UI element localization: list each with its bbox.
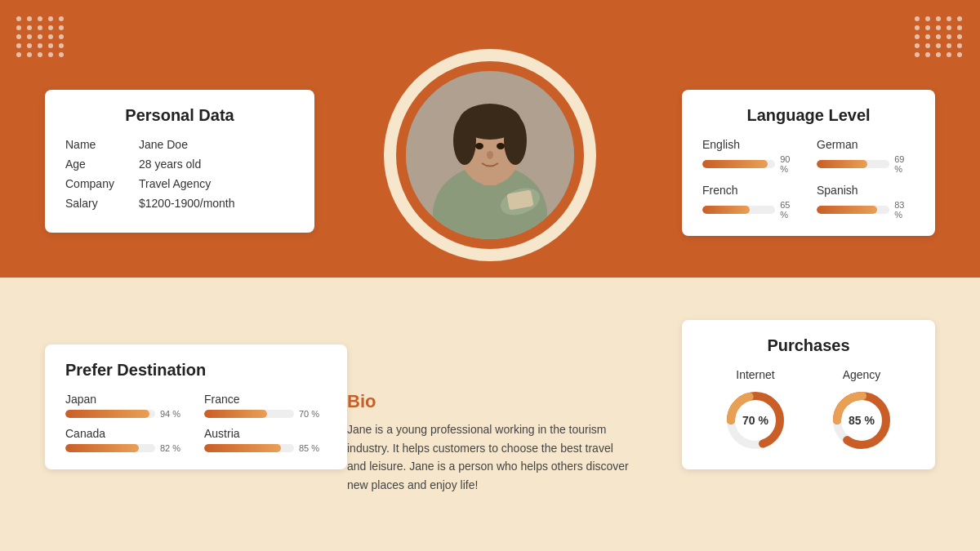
prefer-destination-title: Prefer Destination — [65, 361, 327, 380]
personal-data-title: Personal Data — [65, 106, 294, 125]
data-value: 28 years old — [139, 158, 201, 171]
destination-name: Japan — [65, 393, 188, 406]
bio-text: Jane is a young professional working in … — [347, 420, 633, 494]
personal-data-card: Personal Data Name Jane Doe Age 28 years… — [45, 90, 314, 233]
destination-pct: 94 % — [160, 409, 180, 419]
language-bar-container: 90 % — [702, 154, 800, 174]
purchases-title: Purchases — [702, 336, 915, 355]
destination-item: Austria 85 % — [204, 427, 327, 453]
purchase-label: Internet — [736, 368, 774, 381]
destination-name: Canada — [65, 427, 188, 440]
destination-bar-container: 94 % — [65, 409, 188, 419]
language-bar-bg — [702, 160, 775, 168]
personal-data-row: Salary $1200-1900/month — [65, 197, 294, 210]
destination-pct: 82 % — [160, 443, 180, 453]
prefer-destination-card: Prefer Destination Japan 94 % France 70 … — [45, 344, 347, 469]
data-value: Jane Doe — [139, 138, 188, 151]
svg-point-7 — [475, 143, 483, 149]
purchases-card: Purchases Internet 70 % Agency — [682, 320, 935, 469]
svg-point-9 — [487, 151, 493, 159]
svg-point-8 — [497, 143, 505, 149]
donut-chart: 85 % — [829, 388, 894, 453]
destination-bar-container: 82 % — [65, 443, 188, 453]
destination-bar-bg — [65, 410, 155, 418]
data-label: Company — [65, 177, 139, 190]
data-value: $1200-1900/month — [139, 197, 235, 210]
data-value: Travel Agency — [139, 177, 211, 190]
language-pct: 65 % — [780, 200, 800, 220]
destination-bar-bg — [204, 444, 294, 452]
destination-bar-bg — [65, 444, 155, 452]
destination-item: France 70 % — [204, 393, 327, 419]
language-pct: 69 % — [894, 154, 915, 174]
destination-bar-fill — [65, 444, 139, 452]
language-bar-fill — [702, 206, 750, 214]
destination-name: Austria — [204, 427, 327, 440]
svg-point-5 — [453, 116, 476, 165]
language-item: German 69 % — [817, 138, 915, 174]
language-bar-bg — [817, 206, 889, 214]
language-pct: 90 % — [780, 154, 800, 174]
purchase-item: Agency 85 % — [829, 368, 894, 453]
destination-item: Japan 94 % — [65, 393, 188, 419]
language-level-title: Language Level — [702, 106, 915, 125]
language-name: German — [817, 138, 915, 151]
purchase-item: Internet 70 % — [723, 368, 788, 453]
purchase-label: Agency — [843, 368, 881, 381]
destination-bar-bg — [204, 410, 294, 418]
personal-data-row: Company Travel Agency — [65, 177, 294, 190]
language-bar-fill — [817, 160, 867, 168]
page: Personal Data Name Jane Doe Age 28 years… — [0, 0, 980, 551]
bio-title: Bio — [347, 391, 633, 412]
donut-chart: 70 % — [723, 388, 788, 453]
language-bar-container: 65 % — [702, 200, 800, 220]
destination-pct: 70 % — [299, 409, 319, 419]
destination-bar-container: 85 % — [204, 443, 327, 453]
language-bar-fill — [702, 160, 768, 168]
destination-bar-fill — [65, 410, 149, 418]
language-item: English 90 % — [702, 138, 800, 174]
profile-circle-outer — [384, 49, 596, 261]
data-label: Age — [65, 158, 139, 171]
bio-section: Bio Jane is a young professional working… — [347, 391, 633, 494]
destination-bar-container: 70 % — [204, 409, 327, 419]
decorative-dots-top-left — [16, 16, 65, 57]
personal-data-row: Age 28 years old — [65, 158, 294, 171]
data-label: Salary — [65, 197, 139, 210]
svg-point-6 — [504, 116, 527, 165]
donut-pct-label: 70 % — [742, 414, 768, 427]
destination-item: Canada 82 % — [65, 427, 188, 453]
language-name: French — [702, 184, 800, 197]
donut-pct-label: 85 % — [849, 414, 875, 427]
personal-data-row: Name Jane Doe — [65, 138, 294, 151]
language-name: Spanish — [817, 184, 915, 197]
language-level-card: Language Level English 90 % German 69 % … — [682, 90, 935, 236]
language-item: Spanish 83 % — [817, 184, 915, 220]
language-item: French 65 % — [702, 184, 800, 220]
destination-bar-fill — [204, 410, 267, 418]
language-bar-fill — [817, 206, 877, 214]
language-bar-bg — [817, 160, 889, 168]
destination-bar-fill — [204, 444, 281, 452]
data-label: Name — [65, 138, 139, 151]
language-bar-bg — [702, 206, 775, 214]
destination-pct: 85 % — [299, 443, 319, 453]
profile-circle-inner — [396, 61, 584, 249]
language-pct: 83 % — [894, 200, 915, 220]
destination-name: France — [204, 393, 327, 406]
language-bar-container: 83 % — [817, 200, 915, 220]
language-name: English — [702, 138, 800, 151]
language-bar-container: 69 % — [817, 154, 915, 174]
profile-image — [406, 71, 574, 239]
decorative-dots-top-right — [915, 16, 964, 57]
